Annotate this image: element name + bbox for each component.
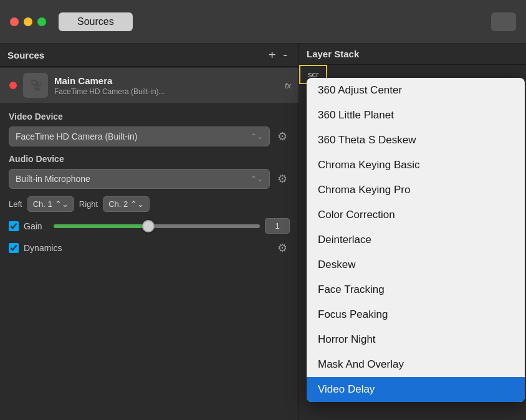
right-channel-label: Right	[79, 199, 98, 209]
traffic-lights	[10, 17, 46, 26]
filter-menu-item[interactable]: Chroma Keying Pro	[307, 178, 525, 203]
add-source-button[interactable]: +	[265, 49, 280, 61]
gain-slider-thumb[interactable]	[142, 220, 155, 232]
video-device-section: Video Device FaceTime HD Camera (Built-i…	[0, 104, 299, 265]
gain-label: Gain	[24, 221, 49, 231]
video-device-row: FaceTime HD Camera (Built-in) ⌃⌄ ⚙	[9, 126, 290, 146]
filter-menu-item[interactable]: Deskew	[307, 252, 525, 277]
source-info: Main Camera FaceTime HD Camera (Built-in…	[54, 75, 279, 96]
minimize-button[interactable]	[24, 17, 32, 26]
dynamics-row: Dynamics ⚙	[9, 239, 290, 257]
right-channel-dropdown[interactable]: Ch. 2 ⌃⌄	[103, 196, 150, 212]
filter-menu-item[interactable]: Color Correction	[307, 203, 525, 227]
sources-panel-title: Sources	[7, 50, 265, 60]
video-device-dropdown[interactable]: FaceTime HD Camera (Built-in) ⌃⌄	[9, 126, 270, 146]
dynamics-label: Dynamics	[24, 243, 270, 253]
title-bar: Sources	[0, 0, 526, 44]
audio-device-gear-button[interactable]: ⚙	[275, 169, 290, 188]
left-panel: Sources + - 🎥 Main Camera FaceTime HD Ca…	[0, 44, 299, 420]
filter-menu-item[interactable]: Mask And Overlay	[307, 352, 525, 377]
source-name: Main Camera	[54, 75, 279, 86]
audio-device-label: Audio Device	[9, 154, 290, 164]
video-device-arrow: ⌃⌄	[251, 132, 263, 141]
gain-slider-track[interactable]	[54, 224, 260, 228]
source-camera-icon: 🎥	[23, 73, 48, 98]
audio-device-row: Built-in Microphone ⌃⌄ ⚙	[9, 169, 290, 189]
filter-menu-item[interactable]: Deinterlace	[307, 227, 525, 252]
remove-source-button[interactable]: -	[279, 49, 291, 61]
audio-device-dropdown[interactable]: Built-in Microphone ⌃⌄	[9, 169, 270, 189]
source-item-main-camera[interactable]: 🎥 Main Camera FaceTime HD Camera (Built-…	[0, 68, 299, 103]
top-right-button[interactable]	[491, 12, 516, 31]
video-device-label: Video Device	[9, 112, 290, 122]
filter-menu-item[interactable]: 360 Little Planet	[307, 103, 525, 128]
layer-stack-header: Layer Stack	[299, 44, 526, 65]
fullscreen-button[interactable]	[37, 17, 46, 26]
left-channel-label: Left	[9, 199, 22, 209]
left-channel-value: Ch. 1	[33, 199, 52, 209]
source-fx-label: fx	[285, 81, 291, 90]
filter-menu-item[interactable]: Focus Peaking	[307, 302, 525, 327]
gain-value: 1	[265, 218, 290, 234]
filter-menu-item[interactable]: 360 Theta S Deskew	[307, 128, 525, 153]
gain-row: Gain 1	[9, 218, 290, 234]
right-channel-arrow: ⌃⌄	[130, 199, 144, 209]
right-channel-value: Ch. 2	[108, 199, 128, 209]
source-active-dot	[9, 82, 17, 89]
dynamics-gear-button[interactable]: ⚙	[275, 239, 290, 257]
audio-device-arrow: ⌃⌄	[251, 174, 263, 183]
layer-stack-title: Layer Stack	[307, 49, 359, 59]
video-device-value: FaceTime HD Camera (Built-in)	[16, 131, 138, 141]
channel-row: Left Ch. 1 ⌃⌄ Right Ch. 2 ⌃⌄	[9, 196, 290, 212]
filter-menu-item[interactable]: Horror Night	[307, 327, 525, 352]
filter-dropdown-menu: 360 Adjust Center360 Little Planet360 Th…	[307, 78, 525, 402]
filter-menu-item[interactable]: Chroma Keying Basic	[307, 153, 525, 178]
filter-menu-item[interactable]: 360 Adjust Center	[307, 78, 525, 103]
left-channel-dropdown[interactable]: Ch. 1 ⌃⌄	[27, 196, 74, 212]
sources-title-button[interactable]: Sources	[59, 12, 133, 31]
gain-checkbox[interactable]	[9, 221, 19, 231]
sources-panel-header: Sources + -	[0, 44, 299, 67]
left-channel-arrow: ⌃⌄	[55, 199, 69, 209]
close-button[interactable]	[10, 17, 19, 26]
source-subtitle: FaceTime HD Camera (Built-in)...	[54, 87, 279, 96]
filter-menu-item[interactable]: Face Tracking	[307, 277, 525, 302]
dynamics-checkbox[interactable]	[9, 243, 19, 253]
filter-menu-item[interactable]: Video Delay	[307, 377, 525, 402]
audio-device-value: Built-in Microphone	[16, 174, 90, 184]
video-device-gear-button[interactable]: ⚙	[275, 127, 290, 146]
